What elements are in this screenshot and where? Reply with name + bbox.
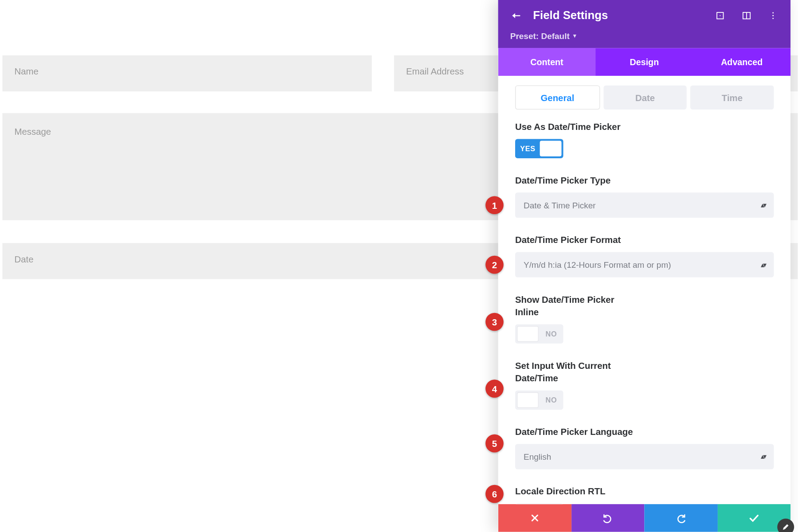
svg-point-5 bbox=[772, 15, 774, 16]
toggle-knob bbox=[517, 326, 539, 341]
annotation-5: 5 bbox=[485, 434, 504, 453]
toggle-use-as-picker[interactable]: YES bbox=[515, 139, 563, 158]
subtab-general[interactable]: General bbox=[515, 86, 600, 110]
sub-tabs: General Date Time bbox=[515, 86, 774, 110]
updown-icon: ▴▾ bbox=[760, 201, 765, 209]
setting-language: Date/Time Picker Language English ▴▾ bbox=[515, 425, 774, 469]
cancel-button[interactable] bbox=[498, 504, 571, 532]
toggle-set-current[interactable]: NO bbox=[515, 391, 563, 410]
toggle-label: YES bbox=[515, 145, 538, 153]
annotation-1: 1 bbox=[485, 196, 504, 214]
updown-icon: ▴▾ bbox=[760, 452, 765, 461]
select-picker-format[interactable]: Y/m/d h:ia (12-Hours Format am or pm) ▴▾ bbox=[515, 252, 774, 278]
svg-point-6 bbox=[772, 18, 774, 19]
select-value: English bbox=[524, 452, 551, 462]
corner-badge-icon[interactable] bbox=[777, 519, 794, 532]
toggle-label: NO bbox=[540, 396, 563, 404]
expand-icon[interactable] bbox=[715, 10, 725, 21]
panel-title: Field Settings bbox=[533, 9, 704, 22]
subtab-date[interactable]: Date bbox=[603, 86, 687, 110]
primary-tabs: Content Design Advanced bbox=[498, 48, 791, 76]
setting-use-as-picker: Use As Date/Time Picker YES bbox=[515, 120, 774, 158]
preset-selector[interactable]: Preset: Default ▼ bbox=[498, 31, 791, 48]
tab-design[interactable]: Design bbox=[595, 48, 693, 76]
setting-set-current: Set Input With Current Date/Time NO bbox=[515, 359, 774, 410]
panel-footer bbox=[498, 504, 791, 532]
updown-icon: ▴▾ bbox=[760, 261, 765, 269]
setting-show-inline: Show Date/Time Picker Inline NO bbox=[515, 293, 774, 344]
setting-label: Date/Time Picker Language bbox=[515, 425, 635, 438]
select-value: Date & Time Picker bbox=[524, 200, 596, 210]
panel-header: Field Settings Preset: Defa bbox=[498, 0, 791, 48]
name-field[interactable]: Name bbox=[2, 55, 372, 91]
chevron-down-icon: ▼ bbox=[572, 33, 577, 39]
setting-label: Date/Time Picker Format bbox=[515, 234, 635, 246]
layout-icon[interactable] bbox=[741, 10, 752, 21]
setting-rtl: Locale Direction RTL NO bbox=[515, 485, 774, 504]
toggle-rtl[interactable]: NO bbox=[515, 504, 563, 504]
tab-content[interactable]: Content bbox=[498, 48, 596, 76]
panel-body[interactable]: General Date Time Use As Date/Time Picke… bbox=[498, 76, 791, 504]
tab-advanced[interactable]: Advanced bbox=[693, 48, 790, 76]
annotation-2: 2 bbox=[485, 256, 504, 274]
setting-label: Show Date/Time Picker Inline bbox=[515, 293, 635, 318]
back-icon[interactable] bbox=[510, 10, 522, 22]
field-settings-panel: Field Settings Preset: Defa bbox=[498, 0, 791, 532]
select-value: Y/m/d h:ia (12-Hours Format am or pm) bbox=[524, 260, 671, 270]
annotation-6: 6 bbox=[485, 485, 504, 503]
svg-point-4 bbox=[772, 12, 774, 14]
setting-picker-type: Date/Time Picker Type Date & Time Picker… bbox=[515, 174, 774, 218]
annotation-4: 4 bbox=[485, 379, 504, 398]
setting-label: Use As Date/Time Picker bbox=[515, 120, 635, 133]
select-picker-type[interactable]: Date & Time Picker ▴▾ bbox=[515, 192, 774, 218]
setting-picker-format: Date/Time Picker Format Y/m/d h:ia (12-H… bbox=[515, 234, 774, 278]
svg-point-1 bbox=[720, 15, 720, 16]
subtab-time[interactable]: Time bbox=[690, 86, 774, 110]
undo-button[interactable] bbox=[571, 504, 644, 532]
setting-label: Locale Direction RTL bbox=[515, 485, 635, 497]
toggle-show-inline[interactable]: NO bbox=[515, 324, 563, 343]
more-icon[interactable] bbox=[768, 10, 778, 21]
redo-button[interactable] bbox=[644, 504, 717, 532]
select-language[interactable]: English ▴▾ bbox=[515, 444, 774, 469]
setting-label: Set Input With Current Date/Time bbox=[515, 359, 635, 384]
setting-label: Date/Time Picker Type bbox=[515, 174, 635, 186]
toggle-label: NO bbox=[540, 330, 563, 338]
preset-label: Preset: Default bbox=[510, 31, 570, 41]
toggle-knob bbox=[540, 141, 561, 156]
annotation-3: 3 bbox=[485, 313, 504, 331]
toggle-knob bbox=[517, 392, 539, 408]
